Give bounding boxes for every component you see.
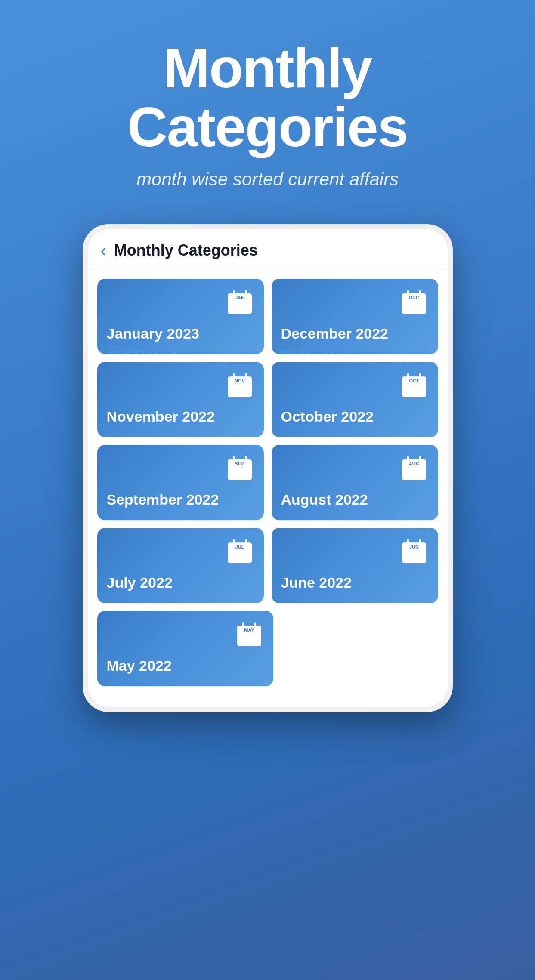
phone-mockup: ‹ Monthly Categories JAN: [83, 224, 453, 712]
main-title: Monthly Categories: [34, 39, 501, 156]
month-label-jan-2023: January 2023: [107, 325, 254, 342]
month-label-dec-2022: December 2022: [281, 325, 429, 342]
svg-text:MAY: MAY: [244, 627, 254, 632]
month-label-may-2022: May 2022: [107, 657, 264, 674]
month-label-sep-2022: September 2022: [107, 491, 254, 508]
card-icon: MAY: [107, 619, 264, 649]
month-label-jul-2022: July 2022: [107, 574, 254, 591]
svg-text:NOV: NOV: [235, 378, 245, 383]
month-card-oct-2022[interactable]: OCT October 2022: [272, 362, 438, 437]
svg-text:JUL: JUL: [235, 544, 244, 549]
svg-text:OCT: OCT: [409, 378, 419, 383]
phone-inner: ‹ Monthly Categories JAN: [88, 229, 448, 707]
month-card-sep-2022[interactable]: SEP September 2022: [97, 445, 264, 520]
svg-text:DEC: DEC: [409, 295, 419, 300]
header-section: Monthly Categories month wise sorted cur…: [0, 0, 535, 216]
grid-row-5: MAY May 2022: [97, 611, 438, 686]
month-label-oct-2022: October 2022: [281, 408, 429, 425]
month-label-aug-2022: August 2022: [281, 491, 429, 508]
screen-title: Monthly Categories: [114, 241, 258, 259]
month-card-aug-2022[interactable]: AUG August 2022: [272, 445, 438, 520]
month-card-nov-2022[interactable]: NOV November 2022: [97, 362, 264, 437]
card-icon: SEP: [107, 453, 254, 483]
grid-row-1: JAN January 2023 DEC: [97, 279, 438, 354]
card-icon: NOV: [107, 370, 254, 400]
svg-text:AUG: AUG: [408, 461, 419, 466]
card-icon: JAN: [107, 287, 254, 317]
grid-row-4: JUL July 2022 JUN: [97, 528, 438, 603]
month-card-jun-2022[interactable]: JUN June 2022: [272, 528, 438, 603]
month-card-jan-2023[interactable]: JAN January 2023: [97, 279, 264, 354]
month-card-dec-2022[interactable]: DEC December 2022: [272, 279, 438, 354]
svg-text:JUN: JUN: [409, 544, 418, 549]
month-label-nov-2022: November 2022: [107, 408, 254, 425]
back-button[interactable]: ‹: [101, 242, 106, 259]
grid-container: JAN January 2023 DEC: [88, 269, 448, 707]
subtitle: month wise sorted current affairs: [34, 169, 501, 190]
month-card-may-2022[interactable]: MAY May 2022: [97, 611, 273, 686]
app-header: ‹ Monthly Categories: [88, 229, 448, 269]
card-icon: OCT: [281, 370, 429, 400]
month-card-jul-2022[interactable]: JUL July 2022: [97, 528, 264, 603]
svg-text:JAN: JAN: [235, 295, 244, 300]
card-icon: JUL: [107, 536, 254, 566]
empty-cell: [281, 611, 438, 686]
card-icon: AUG: [281, 453, 429, 483]
card-icon: JUN: [281, 536, 429, 566]
svg-text:SEP: SEP: [235, 461, 244, 466]
grid-row-2: NOV November 2022 OCT: [97, 362, 438, 437]
month-label-jun-2022: June 2022: [281, 574, 429, 591]
card-icon: DEC: [281, 287, 429, 317]
grid-row-3: SEP September 2022 AUG: [97, 445, 438, 520]
